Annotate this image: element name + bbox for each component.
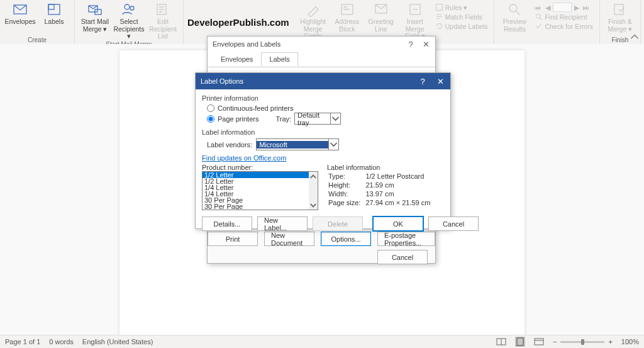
find-updates-link[interactable]: Find updates on Office.com xyxy=(202,154,286,162)
prev-icon[interactable]: ◀ xyxy=(544,3,552,12)
check-icon xyxy=(535,22,543,30)
svg-point-12 xyxy=(509,4,517,12)
record-field[interactable] xyxy=(553,3,572,12)
details-button[interactable]: Details... xyxy=(202,216,252,231)
label: Finish & Merge ▾ xyxy=(608,18,633,33)
tab-labels[interactable]: Labels xyxy=(261,52,297,66)
language-indicator[interactable]: English (United States) xyxy=(82,338,153,345)
tab-envelopes[interactable]: Envelopes xyxy=(213,52,261,66)
highlight-merge-fields-button[interactable]: Highlight Merge Fields xyxy=(297,1,330,41)
web-layout-icon[interactable] xyxy=(534,337,544,347)
zoom-out-icon[interactable]: − xyxy=(553,338,557,345)
zoom-in-icon[interactable]: + xyxy=(608,338,612,345)
label: Greeting Line xyxy=(369,18,394,33)
label-info-table: Type:1/2 Letter Postcard Height:21.59 cm… xyxy=(327,171,435,208)
label: Page printers xyxy=(218,115,258,123)
svg-rect-2 xyxy=(48,4,54,9)
dialog-title: Envelopes and Labels xyxy=(213,36,280,52)
word-count[interactable]: 0 words xyxy=(49,338,74,345)
label: Rules ▾ xyxy=(445,4,468,11)
label-vendors-select[interactable]: Microsoft xyxy=(256,138,339,150)
find-recipient-button[interactable]: Find Recipient xyxy=(532,12,595,21)
highlight-icon xyxy=(306,2,321,17)
product-number-label: Product number: xyxy=(202,164,318,171)
label: Edit Recipient List xyxy=(148,18,178,40)
list-item[interactable]: 30 Per Page xyxy=(203,203,318,210)
labels-button[interactable]: Labels xyxy=(38,1,70,26)
scroll-up-icon[interactable] xyxy=(309,172,318,180)
label: Check for Errors xyxy=(545,23,592,30)
label: Labels xyxy=(45,18,64,26)
ok-button[interactable]: OK xyxy=(373,216,423,231)
insert-merge-field-button[interactable]: Insert Merge Field ▾ xyxy=(399,1,431,41)
label-info-heading: Label information xyxy=(202,128,444,136)
insertfield-icon xyxy=(408,2,423,17)
page-indicator[interactable]: Page 1 of 1 xyxy=(5,338,40,345)
chevron-down-icon xyxy=(330,113,340,124)
page-printers-radio[interactable]: Page printers xyxy=(207,115,258,123)
finish-icon xyxy=(613,2,628,17)
dialog-title: Label Options xyxy=(201,77,243,85)
preview-results-button[interactable]: Preview Results xyxy=(498,1,531,33)
mailmerge-icon xyxy=(87,2,103,17)
envelope-icon xyxy=(13,2,28,17)
help-icon[interactable]: ? xyxy=(418,77,428,86)
svg-point-13 xyxy=(536,14,541,18)
finish-merge-button[interactable]: Finish & Merge ▾ xyxy=(604,1,636,33)
label: Match Fields xyxy=(445,13,483,21)
tray-label: Tray: xyxy=(275,115,291,123)
record-nav[interactable]: ⏮ ◀ ▶ ⏭ xyxy=(532,3,595,12)
delete-button[interactable]: Delete xyxy=(313,216,363,231)
first-icon[interactable]: ⏮ xyxy=(533,3,543,12)
new-label-button[interactable]: New Label... xyxy=(257,216,308,231)
close-icon[interactable]: ✕ xyxy=(421,36,430,52)
select-recipients-button[interactable]: Select Recipients ▾ xyxy=(113,1,145,41)
help-icon[interactable]: ? xyxy=(406,36,415,52)
value: Microsoft xyxy=(257,141,328,149)
next-icon[interactable]: ▶ xyxy=(573,3,580,12)
product-number-list[interactable]: 1/2 Letter 1/2 Letter 1/4 Letter 1/4 Let… xyxy=(202,171,318,210)
scroll-down-icon[interactable] xyxy=(309,201,318,210)
scrollbar[interactable] xyxy=(309,172,318,210)
greeting-icon xyxy=(374,2,389,17)
cancel-button[interactable]: Cancel xyxy=(428,216,479,231)
address-icon xyxy=(340,2,355,17)
zoom-level[interactable]: 100% xyxy=(621,338,639,345)
last-icon[interactable]: ⏭ xyxy=(582,3,591,12)
label-icon xyxy=(47,2,62,17)
value: Default tray xyxy=(295,111,330,126)
label: Address Block xyxy=(335,18,359,33)
read-mode-icon[interactable] xyxy=(496,337,506,347)
update-labels-button[interactable]: Update Labels xyxy=(433,21,491,31)
zoom-thumb[interactable] xyxy=(581,339,584,345)
match-fields-button[interactable]: Match Fields xyxy=(433,12,491,21)
recipients-icon xyxy=(121,2,136,17)
label-information-heading: Label information xyxy=(327,164,444,171)
label: Preview Results xyxy=(503,18,526,33)
svg-rect-17 xyxy=(535,339,543,345)
editlist-icon xyxy=(155,2,170,17)
edit-recipient-list-button[interactable]: Edit Recipient List xyxy=(147,1,179,41)
label: Update Labels xyxy=(445,23,488,30)
collapse-ribbon-icon[interactable] xyxy=(629,31,640,43)
label-options-dialog: Label Options ? ✕ Printer information Co… xyxy=(195,72,451,229)
group-label-finish: Finish xyxy=(612,36,629,44)
tray-select[interactable]: Default tray xyxy=(294,113,341,125)
envelopes-button[interactable]: Envelopes xyxy=(4,1,36,26)
rules-button[interactable]: Rules ▾ xyxy=(433,3,491,12)
greeting-line-button[interactable]: Greeting Line xyxy=(365,1,397,33)
rules-icon xyxy=(435,3,443,11)
start-mail-merge-button[interactable]: Start Mail Merge ▾ xyxy=(79,1,111,33)
print-layout-icon[interactable] xyxy=(515,337,525,347)
label: Continuous-feed printers xyxy=(218,104,293,112)
check-errors-button[interactable]: Check for Errors xyxy=(532,21,595,31)
label: Start Mail Merge ▾ xyxy=(81,18,109,33)
chevron-down-icon xyxy=(328,139,338,150)
close-icon[interactable]: ✕ xyxy=(435,77,445,86)
zoom-slider[interactable]: − + xyxy=(553,338,613,345)
address-block-button[interactable]: Address Block xyxy=(331,1,364,33)
printer-info-heading: Printer information xyxy=(202,94,444,102)
label: Envelopes xyxy=(4,18,35,26)
cancel-button[interactable]: Cancel xyxy=(377,250,428,264)
label: Find Recipient xyxy=(545,13,587,21)
